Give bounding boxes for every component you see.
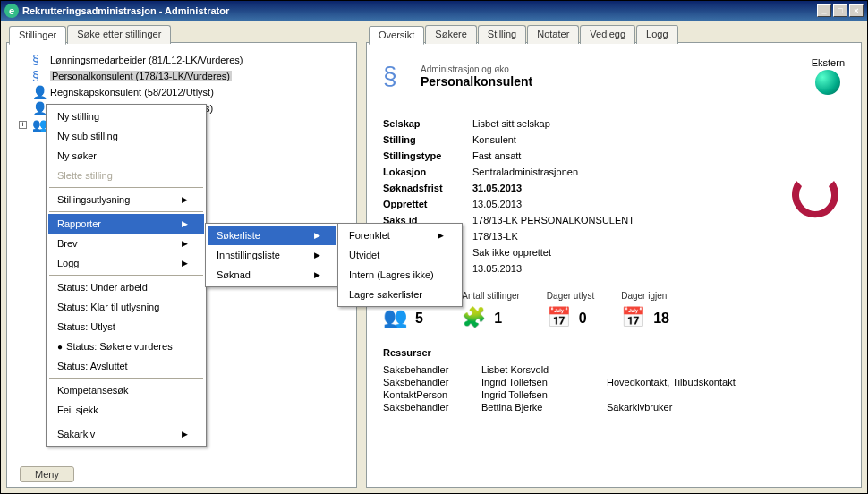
stat-block: Dager utlyst📅0 xyxy=(547,291,594,331)
menu-separator xyxy=(49,187,203,188)
tree-item[interactable]: § Lønningsmedarbeider (81/L12-LK/Vurdere… xyxy=(14,52,349,68)
stat-icon: 📅 xyxy=(547,306,572,331)
resource-row: KontaktPersonIngrid Tollefsen xyxy=(383,388,845,401)
info-value: Lisbet sitt selskap xyxy=(472,118,845,129)
menu-item[interactable]: Logg▶ xyxy=(48,253,204,273)
main-window: e Rekrutteringsadministrasjon - Administ… xyxy=(0,0,868,494)
ekstern-block: Ekstern xyxy=(812,57,845,95)
menu-separator xyxy=(49,211,203,212)
minimize-button[interactable]: _ xyxy=(817,4,831,17)
close-button[interactable]: × xyxy=(849,4,864,17)
resource-row: SaksbehandlerLisbet Korsvold xyxy=(383,363,845,376)
menu-item[interactable]: Forenklet▶ xyxy=(340,226,460,245)
menu-item-label: Feil sjekk xyxy=(57,405,98,415)
tab-sokere[interactable]: Søkere xyxy=(425,25,476,44)
menu-item[interactable]: Ny søker xyxy=(48,146,204,166)
menu-item[interactable]: Søknad▶ xyxy=(208,265,336,285)
resource-role: Saksbehandler xyxy=(383,364,481,375)
stat-block: Antall stillinger🧩1 xyxy=(462,291,519,331)
tree-item[interactable]: § Personalkonsulent (178/13-LK/Vurderes) xyxy=(14,68,349,84)
menu-item-label: Rapporter xyxy=(57,218,101,229)
menu-separator xyxy=(49,422,203,422)
ressurser-title: Ressurser xyxy=(383,347,845,358)
menu-item[interactable]: Ny stilling xyxy=(48,106,204,126)
titlebar: e Rekrutteringsadministrasjon - Administ… xyxy=(1,1,867,21)
info-label: Søknadsfrist xyxy=(383,183,472,193)
stat-value: 5 xyxy=(415,311,423,327)
menu-item[interactable]: Intern (Lagres ikke) xyxy=(340,265,460,285)
tab-stillinger[interactable]: Stillinger xyxy=(9,26,66,45)
submenu-arrow-icon: ▶ xyxy=(182,219,188,228)
menu-item[interactable]: Sakarkiv▶ xyxy=(48,424,204,444)
tab-vedlegg[interactable]: Vedlegg xyxy=(580,25,635,44)
menu-item-label: Utvidet xyxy=(349,250,379,260)
info-value: Sak ikke opprettet xyxy=(472,247,845,258)
expand-icon[interactable]: + xyxy=(19,121,27,129)
stat-value: 18 xyxy=(653,311,669,327)
menu-separator xyxy=(49,275,203,276)
menu-item[interactable]: Innstillingsliste▶ xyxy=(208,245,336,265)
menu-item[interactable]: Ny sub stilling xyxy=(48,126,204,146)
menu-item-label: Status: Utlyst xyxy=(57,321,115,332)
app-icon: e xyxy=(4,4,19,18)
bullet-icon: ● xyxy=(57,342,63,352)
menu-item[interactable]: Brev▶ xyxy=(48,234,204,253)
tab-stilling[interactable]: Stilling xyxy=(478,25,526,44)
menu-item[interactable]: Status: Utlyst xyxy=(48,317,204,336)
tree-item-label: Regnskapskonsulent (58/2012/Utlyst) xyxy=(50,87,214,98)
stat-label: Dager utlyst xyxy=(547,291,594,301)
menu-item-label: Innstillingsliste xyxy=(217,250,280,260)
menu-item[interactable]: Søkerliste▶ xyxy=(208,226,336,245)
menu-item-label: Søkerliste xyxy=(217,230,260,241)
info-row: Opprettet13.05.2013 xyxy=(383,196,845,212)
info-label: Lokasjon xyxy=(383,166,472,177)
resource-extra: Sakarkivbruker xyxy=(607,402,845,413)
menu-item-label: Stillingsutlysning xyxy=(57,194,130,205)
maximize-button[interactable]: □ xyxy=(833,4,847,17)
stat-icon: 🧩 xyxy=(462,306,487,331)
menu-item[interactable]: Status: Avsluttet xyxy=(48,356,204,376)
menu-item: Slette stilling xyxy=(48,166,204,185)
menu-item-label: Status: Søkere vurderes xyxy=(66,341,173,352)
menu-item[interactable]: Status: Klar til utlysning xyxy=(48,297,204,317)
menu-item[interactable]: ●Status: Søkere vurderes xyxy=(48,336,204,356)
meny-button[interactable]: Meny xyxy=(20,466,74,482)
menu-item-label: Forenklet xyxy=(349,230,390,241)
menu-item-label: Status: Under arbeid xyxy=(57,282,148,293)
tab-soke-etter-stillinger[interactable]: Søke etter stillinger xyxy=(67,25,171,44)
overview-header: § Administrasjon og øko Personalkonsulen… xyxy=(379,52,848,106)
menu-item-label: Logg xyxy=(57,258,79,268)
resource-extra xyxy=(607,364,845,375)
menu-item-label: Sakarkiv xyxy=(57,429,95,439)
menu-item[interactable]: Feil sjekk xyxy=(48,400,204,420)
resource-name: Ingrid Tollefsen xyxy=(481,377,607,388)
section-icon: § xyxy=(32,69,47,83)
menu-item-label: Søknad xyxy=(217,269,251,280)
menu-item[interactable]: Status: Under arbeid xyxy=(48,277,204,297)
menu-item[interactable]: Rapporter▶ xyxy=(48,214,204,234)
menu-item[interactable]: Utvidet xyxy=(340,245,460,265)
menu-item[interactable]: Stillingsutlysning▶ xyxy=(48,190,204,209)
globe-icon xyxy=(815,70,840,95)
overview-title: Personalkonsulent xyxy=(421,74,532,89)
info-value: 13.05.2013 xyxy=(472,263,845,274)
tab-notater[interactable]: Notater xyxy=(527,25,579,44)
tree-item-label: Personalkonsulent (178/13-LK/Vurderes) xyxy=(50,71,232,81)
submenu-arrow-icon: ▶ xyxy=(438,231,444,240)
info-label: Stilling xyxy=(383,134,472,145)
info-value: Konsulent xyxy=(472,134,845,145)
menu-item[interactable]: Kompetansesøk xyxy=(48,380,204,400)
tree-item-label: Lønningsmedarbeider (81/L12-LK/Vurderes) xyxy=(50,55,243,65)
overview-subtitle: Administrasjon og øko xyxy=(421,64,532,74)
tree-item[interactable]: 👤 Regnskapskonsulent (58/2012/Utlyst) xyxy=(14,84,349,100)
tab-logg[interactable]: Logg xyxy=(636,25,677,44)
info-row: SelskapLisbet sitt selskap xyxy=(383,115,845,132)
menu-item-label: Status: Avsluttet xyxy=(57,361,128,371)
window-controls: _ □ × xyxy=(817,4,864,17)
menu-separator xyxy=(49,378,203,379)
resource-role: Saksbehandler xyxy=(383,377,481,388)
info-label: Opprettet xyxy=(383,199,472,209)
tab-oversikt[interactable]: Oversikt xyxy=(369,26,424,45)
ekstern-label: Ekstern xyxy=(812,57,845,68)
menu-item[interactable]: Lagre søkerlister xyxy=(340,285,460,304)
